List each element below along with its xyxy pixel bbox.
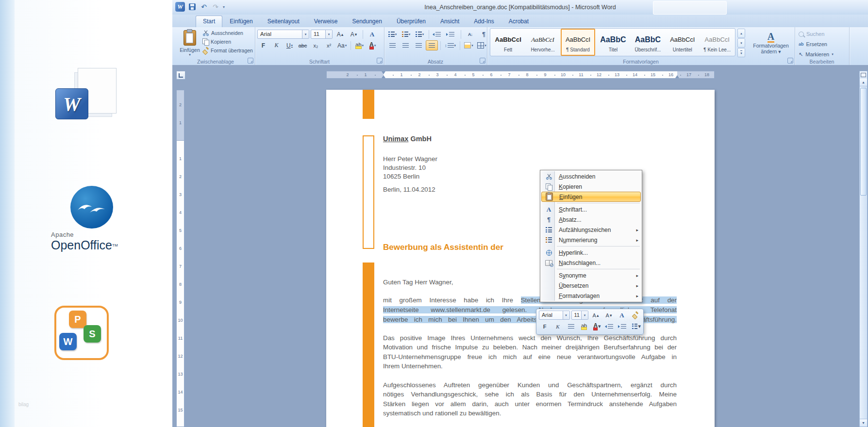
justify-button[interactable] bbox=[426, 40, 438, 50]
menu-item-6[interactable]: Nummerierung ▸ bbox=[541, 235, 641, 245]
grow-font-button[interactable]: A▴ bbox=[334, 29, 346, 39]
change-styles-button[interactable]: A Formatvorlagen ändern ▾ bbox=[749, 28, 793, 57]
ribbon-tab-8[interactable]: Acrobat bbox=[501, 16, 536, 27]
font-color-button[interactable]: A▾ bbox=[367, 40, 379, 50]
paragraph-3[interactable]: Aufgeschlossenes Auftreten gegenüber Kun… bbox=[383, 381, 677, 419]
format-painter-button[interactable]: Format übertragen bbox=[202, 46, 253, 55]
bullets-button[interactable]: ▾ bbox=[386, 29, 399, 39]
paste-button[interactable]: Einfügen ▾ bbox=[178, 28, 202, 59]
mini-grow-font-button[interactable]: A▴ bbox=[590, 311, 601, 320]
sort-button[interactable]: A↓ bbox=[464, 29, 476, 39]
document-page[interactable]: Unimax GmbH Herr Peter WagnerIndustriest… bbox=[326, 90, 715, 427]
borders-button[interactable]: ▾ bbox=[476, 40, 488, 50]
align-center-button[interactable] bbox=[400, 40, 412, 50]
mini-highlight-button[interactable]: ab bbox=[578, 322, 590, 331]
mini-bold-button[interactable]: F bbox=[539, 322, 551, 331]
styles-more-button[interactable]: ▾ bbox=[737, 48, 745, 57]
body-line[interactable]: systematisch und rationell zu bewältigen… bbox=[383, 410, 677, 419]
align-left-button[interactable] bbox=[386, 40, 399, 50]
menu-item-1[interactable]: Kopieren bbox=[541, 181, 641, 192]
scrollbar-thumb[interactable] bbox=[860, 88, 867, 196]
mini-format-painter-button[interactable] bbox=[629, 311, 641, 320]
mini-font-color-button[interactable]: A▾ bbox=[591, 322, 603, 331]
change-case-button[interactable]: Aa▾ bbox=[336, 40, 348, 50]
mini-italic-button[interactable]: K bbox=[552, 322, 564, 331]
clipboard-dialog-launcher[interactable] bbox=[248, 58, 253, 64]
style-card-4[interactable]: AaBbC Überschrif... bbox=[631, 29, 665, 55]
salutation[interactable]: Guten Tag Herr Wagner, bbox=[383, 279, 453, 286]
menu-item-0[interactable]: Ausschneiden bbox=[541, 171, 641, 181]
styles-dialog-launcher[interactable] bbox=[787, 58, 793, 64]
body-line[interactable]: BTU-Unternehmensgruppe freue ich mich au… bbox=[383, 353, 677, 362]
body-line[interactable]: Das positive Image Ihres Unternehmens we… bbox=[383, 334, 677, 344]
right-indent-marker[interactable] bbox=[675, 75, 679, 78]
ribbon-tab-7[interactable]: Add-Ins bbox=[467, 16, 501, 27]
vertical-scrollbar[interactable]: ▲ ▼ bbox=[859, 71, 868, 427]
ribbon-tab-0[interactable]: Start bbox=[196, 16, 222, 27]
scroll-down-button[interactable]: ▼ bbox=[860, 419, 867, 427]
font-dialog-launcher[interactable] bbox=[377, 58, 383, 64]
body-line[interactable]: nötiges Verhandlungsgeschick, sehe ich a… bbox=[383, 391, 677, 400]
ribbon-tab-1[interactable]: Einfügen bbox=[222, 16, 260, 27]
mini-font-name-select[interactable]: Arial▾ bbox=[539, 311, 570, 320]
body-line[interactable]: Ihrem Unternehmen. bbox=[383, 362, 677, 372]
scroll-up-button[interactable]: ▲ bbox=[860, 79, 867, 86]
decrease-indent-button[interactable] bbox=[432, 29, 444, 39]
ribbon-tab-3[interactable]: Verweise bbox=[307, 16, 345, 27]
left-indent-marker[interactable] bbox=[382, 75, 385, 78]
style-card-3[interactable]: AaBbC Titel bbox=[596, 29, 630, 55]
style-card-6[interactable]: AaBbCcI ¶ Kein Lee... bbox=[701, 29, 734, 55]
italic-button[interactable]: K bbox=[270, 40, 283, 50]
paragraph-2[interactable]: Das positive Image Ihres Unternehmens we… bbox=[383, 334, 677, 372]
mini-shrink-font-button[interactable]: A▾ bbox=[603, 311, 615, 320]
menu-item-7[interactable]: Hyperlink... bbox=[541, 247, 641, 258]
body-line[interactable]: Stärken liegen vor allem darin, auch unt… bbox=[383, 400, 677, 410]
replace-button[interactable]: ab Ersetzen bbox=[799, 40, 827, 49]
ribbon-tab-5[interactable]: Überprüfen bbox=[389, 16, 433, 27]
menu-item-10[interactable]: Übersetzen ▸ bbox=[541, 280, 641, 291]
bold-button[interactable]: F bbox=[257, 40, 269, 50]
vertical-ruler[interactable]: 21123456789101112131415 bbox=[176, 82, 184, 427]
ribbon-tab-4[interactable]: Sendungen bbox=[345, 16, 389, 27]
mini-styles-button[interactable]: A bbox=[616, 311, 628, 320]
mini-bullets-button[interactable]: ▾ bbox=[631, 322, 642, 331]
recipient-address[interactable]: Herr Peter WagnerIndustriestr. 1010625 B… bbox=[383, 155, 437, 181]
ribbon-tab-6[interactable]: Ansicht bbox=[433, 16, 467, 27]
menu-item-5[interactable]: Aufzählungszeichen ▸ bbox=[541, 225, 641, 235]
clear-formatting-button[interactable]: A bbox=[366, 29, 378, 39]
recipient-company[interactable]: Unimax GmbH bbox=[383, 135, 432, 143]
style-card-0[interactable]: AaBbCcI Fett bbox=[491, 29, 525, 55]
line-spacing-button[interactable]: ↕▾ bbox=[443, 40, 457, 50]
select-button[interactable]: ↖ Markieren ▾ bbox=[799, 50, 834, 59]
paragraph-dialog-launcher[interactable] bbox=[480, 58, 485, 64]
document-heading[interactable]: Bewerbung als Assistentin der bbox=[383, 243, 503, 252]
font-name-select[interactable]: Arial▾ bbox=[257, 30, 309, 39]
shading-button[interactable]: ▾ bbox=[463, 40, 475, 50]
wps-shortcut[interactable]: P W S bbox=[54, 306, 112, 363]
mini-decrease-indent-button[interactable] bbox=[604, 322, 616, 331]
menu-item-9[interactable]: Synonyme ▸ bbox=[541, 270, 641, 280]
shrink-font-button[interactable]: A▾ bbox=[348, 29, 360, 39]
menu-item-3[interactable]: A Schriftart... bbox=[541, 204, 641, 214]
ruler-toggle-button[interactable] bbox=[860, 71, 867, 79]
style-card-2[interactable]: AaBbCcI ¶ Standard bbox=[561, 29, 595, 56]
strikethrough-button[interactable]: abc bbox=[297, 40, 309, 50]
multilevel-list-button[interactable]: ▾ bbox=[414, 29, 426, 39]
body-line[interactable]: Motivation und frische Impulse zu belebe… bbox=[383, 344, 677, 353]
menu-item-2[interactable]: Einfügen bbox=[541, 192, 641, 202]
numbering-button[interactable]: ▾ bbox=[400, 29, 412, 39]
word-shortcut[interactable]: W bbox=[55, 68, 119, 119]
style-card-1[interactable]: AaBbCcI Hervorhe... bbox=[526, 29, 559, 55]
mini-align-center-button[interactable] bbox=[565, 322, 577, 331]
style-card-5[interactable]: AaBbCcI Untertitel bbox=[666, 29, 699, 55]
menu-item-8[interactable]: Nachschlagen... bbox=[541, 258, 641, 268]
increase-indent-button[interactable] bbox=[446, 29, 458, 39]
subscript-button[interactable]: x₂ bbox=[310, 40, 322, 50]
horizontal-ruler[interactable]: 21123456789101112131415161718 bbox=[326, 71, 715, 79]
find-button[interactable]: Suchen bbox=[799, 30, 824, 38]
openoffice-shortcut[interactable]: Apache OpenOfficeTM bbox=[51, 186, 148, 249]
document-date[interactable]: Berlin, 11.04.2012 bbox=[383, 186, 435, 193]
align-right-button[interactable] bbox=[413, 40, 425, 50]
styles-scroll-down-button[interactable]: ▾ bbox=[737, 38, 745, 48]
cut-button[interactable]: Ausschneiden bbox=[202, 29, 253, 37]
